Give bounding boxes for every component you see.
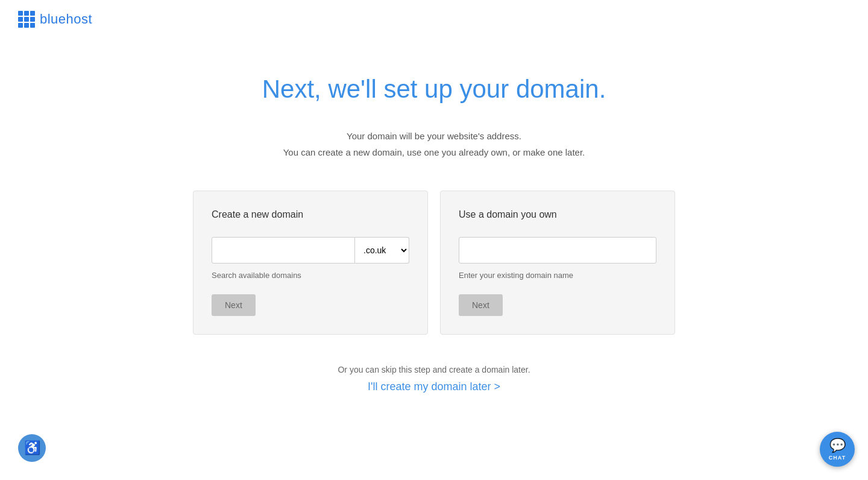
- existing-domain-card-title: Use a domain you own: [459, 209, 656, 220]
- accessibility-icon: ♿: [24, 440, 40, 456]
- page-title: Next, we'll set up your domain.: [262, 75, 606, 104]
- accessibility-button[interactable]: ♿: [18, 434, 46, 462]
- new-domain-input-row: .co.uk .com .net .org .io: [212, 237, 409, 264]
- new-domain-helper-text: Search available domains: [212, 271, 409, 280]
- existing-domain-next-button[interactable]: Next: [459, 294, 503, 316]
- chat-button[interactable]: 💬 CHAT: [820, 432, 855, 467]
- chat-icon: 💬: [829, 438, 846, 453]
- new-domain-next-button[interactable]: Next: [212, 294, 256, 316]
- skip-text: Or you can skip this step and create a d…: [338, 365, 530, 374]
- tld-select[interactable]: .co.uk .com .net .org .io: [355, 237, 409, 264]
- logo-text: bluehost: [40, 11, 92, 27]
- existing-domain-helper-text: Enter your existing domain name: [459, 271, 656, 280]
- logo[interactable]: bluehost: [18, 11, 92, 28]
- skip-section: Or you can skip this step and create a d…: [338, 365, 530, 393]
- header: bluehost: [0, 0, 868, 39]
- logo-grid-icon: [18, 11, 35, 28]
- create-domain-card-title: Create a new domain: [212, 209, 409, 220]
- subtitle-line-1: Your domain will be your website's addre…: [283, 128, 585, 144]
- subtitle-line-2: You can create a new domain, use one you…: [283, 144, 585, 160]
- main-content: Next, we'll set up your domain. Your dom…: [0, 39, 868, 393]
- skip-link[interactable]: I'll create my domain later >: [368, 381, 500, 393]
- chat-label: CHAT: [829, 455, 846, 461]
- cards-container: Create a new domain .co.uk .com .net .or…: [193, 191, 675, 335]
- existing-domain-card: Use a domain you own Enter your existing…: [440, 191, 675, 335]
- create-domain-card: Create a new domain .co.uk .com .net .or…: [193, 191, 428, 335]
- new-domain-input[interactable]: [212, 237, 355, 264]
- existing-domain-input[interactable]: [459, 237, 656, 264]
- subtitle-block: Your domain will be your website's addre…: [283, 128, 585, 160]
